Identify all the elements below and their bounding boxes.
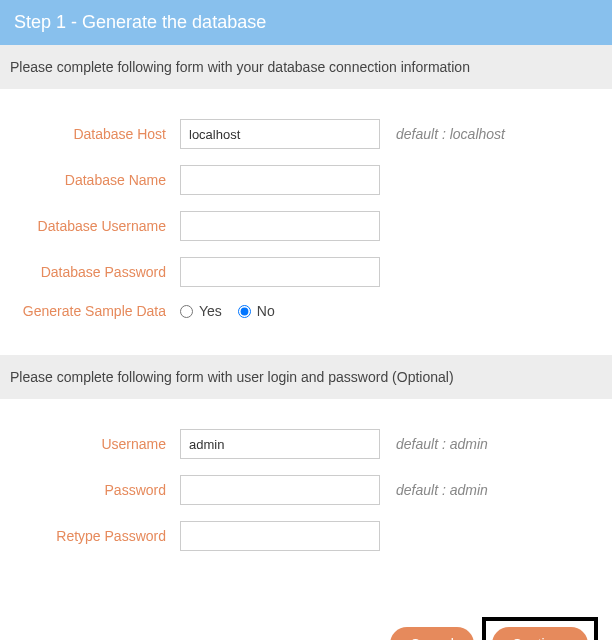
db-pass-label: Database Password <box>10 264 180 280</box>
button-row: Cancel Continue <box>0 587 612 640</box>
password-input[interactable] <box>180 475 380 505</box>
db-host-input[interactable] <box>180 119 380 149</box>
continue-button[interactable]: Continue <box>492 627 588 640</box>
db-host-label: Database Host <box>10 126 180 142</box>
sample-no-radio[interactable] <box>238 305 251 318</box>
password-label: Password <box>10 482 180 498</box>
continue-highlight-box: Continue <box>482 617 598 640</box>
username-label: Username <box>10 436 180 452</box>
db-host-hint: default : localhost <box>380 126 505 142</box>
db-name-label: Database Name <box>10 172 180 188</box>
username-hint: default : admin <box>380 436 488 452</box>
cancel-button[interactable]: Cancel <box>390 627 474 640</box>
user-form: Username default : admin Password defaul… <box>0 399 612 587</box>
db-name-input[interactable] <box>180 165 380 195</box>
sample-yes-label: Yes <box>199 303 222 319</box>
sample-no-label: No <box>257 303 275 319</box>
db-user-input[interactable] <box>180 211 380 241</box>
sample-data-label: Generate Sample Data <box>10 303 180 319</box>
password-hint: default : admin <box>380 482 488 498</box>
retype-input[interactable] <box>180 521 380 551</box>
retype-label: Retype Password <box>10 528 180 544</box>
user-section-desc: Please complete following form with user… <box>0 355 612 399</box>
db-section-desc: Please complete following form with your… <box>0 45 612 89</box>
sample-yes-radio[interactable] <box>180 305 193 318</box>
db-user-label: Database Username <box>10 218 180 234</box>
db-form: Database Host default : localhost Databa… <box>0 89 612 355</box>
username-input[interactable] <box>180 429 380 459</box>
step-header: Step 1 - Generate the database <box>0 0 612 45</box>
db-pass-input[interactable] <box>180 257 380 287</box>
